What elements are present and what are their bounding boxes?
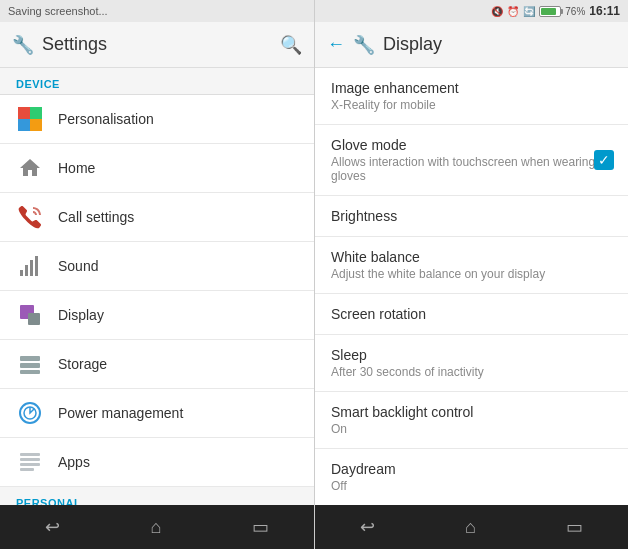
daydream-title: Daydream xyxy=(331,461,612,477)
sleep-title: Sleep xyxy=(331,347,612,363)
svg-rect-2 xyxy=(18,119,30,131)
battery-indicator xyxy=(539,6,561,17)
storage-icon xyxy=(16,350,44,378)
smart-backlight-subtitle: On xyxy=(331,422,612,436)
display-title: Display xyxy=(383,34,442,55)
home-button-right[interactable]: ⌂ xyxy=(465,517,476,538)
display-icon-top: 🔧 xyxy=(353,34,375,56)
display-settings-list: Image enhancement X-Reality for mobile G… xyxy=(315,68,628,505)
white-balance-title: White balance xyxy=(331,249,612,265)
svg-rect-16 xyxy=(20,458,40,461)
sleep-subtitle: After 30 seconds of inactivity xyxy=(331,365,612,379)
svg-rect-1 xyxy=(30,107,42,119)
display-item-sleep[interactable]: Sleep After 30 seconds of inactivity xyxy=(315,335,628,392)
svg-rect-9 xyxy=(28,313,40,325)
glove-mode-checkbox[interactable]: ✓ xyxy=(594,150,614,170)
saving-screenshot-text: Saving screenshot... xyxy=(8,5,108,17)
back-button-right[interactable]: ↩ xyxy=(360,516,375,538)
status-bar-left: Saving screenshot... xyxy=(0,0,314,22)
power-management-label: Power management xyxy=(58,405,183,421)
display-label: Display xyxy=(58,307,104,323)
power-management-icon xyxy=(16,399,44,427)
svg-rect-10 xyxy=(20,356,40,361)
battery-percent-text: 76% xyxy=(565,6,585,17)
section-personal-header: PERSONAL xyxy=(0,487,314,505)
display-icon xyxy=(16,301,44,329)
storage-label: Storage xyxy=(58,356,107,372)
back-button-left[interactable]: ↩ xyxy=(45,516,60,538)
bottom-nav-right: ↩ ⌂ ▭ xyxy=(315,505,628,549)
time-display: 16:11 xyxy=(589,4,620,18)
display-item-daydream[interactable]: Daydream Off xyxy=(315,449,628,505)
svg-rect-7 xyxy=(35,256,38,276)
status-bar-right: 🔇 ⏰ 🔄 76% 16:11 xyxy=(315,0,628,22)
apps-icon xyxy=(16,448,44,476)
display-item-smart-backlight[interactable]: Smart backlight control On xyxy=(315,392,628,449)
display-item-glove-mode[interactable]: Glove mode Allows interaction with touch… xyxy=(315,125,628,196)
display-item-white-balance[interactable]: White balance Adjust the white balance o… xyxy=(315,237,628,294)
settings-title: Settings xyxy=(42,34,107,55)
svg-rect-5 xyxy=(25,265,28,276)
call-settings-label: Call settings xyxy=(58,209,134,225)
display-item-image-enhancement[interactable]: Image enhancement X-Reality for mobile xyxy=(315,68,628,125)
recents-button-left[interactable]: ▭ xyxy=(252,516,269,538)
brightness-title: Brightness xyxy=(331,208,612,224)
recents-button-right[interactable]: ▭ xyxy=(566,516,583,538)
home-label: Home xyxy=(58,160,95,176)
svg-rect-15 xyxy=(20,453,40,456)
home-icon xyxy=(16,154,44,182)
top-bar-left: 🔧 Settings 🔍 xyxy=(0,22,314,68)
call-settings-icon xyxy=(16,203,44,231)
home-button-left[interactable]: ⌂ xyxy=(151,517,162,538)
image-enhancement-title: Image enhancement xyxy=(331,80,612,96)
personalisation-label: Personalisation xyxy=(58,111,154,127)
glove-mode-subtitle: Allows interaction with touchscreen when… xyxy=(331,155,612,183)
personalisation-icon xyxy=(16,105,44,133)
checkmark-icon: ✓ xyxy=(598,153,610,167)
sidebar-item-call-settings[interactable]: Call settings xyxy=(0,193,314,242)
smart-backlight-title: Smart backlight control xyxy=(331,404,612,420)
screen-rotation-title: Screen rotation xyxy=(331,306,612,322)
battery-tip xyxy=(561,9,563,14)
daydream-subtitle: Off xyxy=(331,479,612,493)
white-balance-subtitle: Adjust the white balance on your display xyxy=(331,267,612,281)
search-icon[interactable]: 🔍 xyxy=(280,34,302,56)
sidebar-item-home[interactable]: Home xyxy=(0,144,314,193)
back-arrow-icon[interactable]: ← xyxy=(327,34,345,55)
svg-rect-0 xyxy=(18,107,30,119)
left-panel: Saving screenshot... 🔧 Settings 🔍 DEVICE… xyxy=(0,0,314,549)
sidebar-item-personalisation[interactable]: Personalisation xyxy=(0,95,314,144)
display-item-brightness[interactable]: Brightness xyxy=(315,196,628,237)
settings-list: DEVICE Personalisation Home xyxy=(0,68,314,505)
sidebar-item-power-management[interactable]: Power management xyxy=(0,389,314,438)
battery-fill xyxy=(541,8,556,15)
image-enhancement-subtitle: X-Reality for mobile xyxy=(331,98,612,112)
sound-icon xyxy=(16,252,44,280)
apps-label: Apps xyxy=(58,454,90,470)
sound-label: Sound xyxy=(58,258,98,274)
volume-icon: 🔇 xyxy=(491,6,503,17)
sidebar-item-storage[interactable]: Storage xyxy=(0,340,314,389)
sidebar-item-display[interactable]: Display xyxy=(0,291,314,340)
svg-rect-6 xyxy=(30,260,33,276)
sidebar-item-sound[interactable]: Sound xyxy=(0,242,314,291)
wrench-icon: 🔧 xyxy=(12,34,34,56)
alarm-icon: ⏰ xyxy=(507,6,519,17)
top-bar-right: ← 🔧 Display xyxy=(315,22,628,68)
right-panel: 🔇 ⏰ 🔄 76% 16:11 ← 🔧 Display Image enhanc… xyxy=(314,0,628,549)
sidebar-item-apps[interactable]: Apps xyxy=(0,438,314,487)
sync-icon: 🔄 xyxy=(523,6,535,17)
svg-rect-17 xyxy=(20,463,40,466)
svg-rect-4 xyxy=(20,270,23,276)
svg-rect-11 xyxy=(20,363,40,368)
display-item-screen-rotation[interactable]: Screen rotation xyxy=(315,294,628,335)
svg-rect-3 xyxy=(30,119,42,131)
section-device-header: DEVICE xyxy=(0,68,314,95)
glove-mode-title: Glove mode xyxy=(331,137,612,153)
svg-rect-18 xyxy=(20,468,34,471)
bottom-nav-left: ↩ ⌂ ▭ xyxy=(0,505,314,549)
svg-rect-12 xyxy=(20,370,40,374)
settings-title-area: 🔧 Settings xyxy=(12,34,107,56)
